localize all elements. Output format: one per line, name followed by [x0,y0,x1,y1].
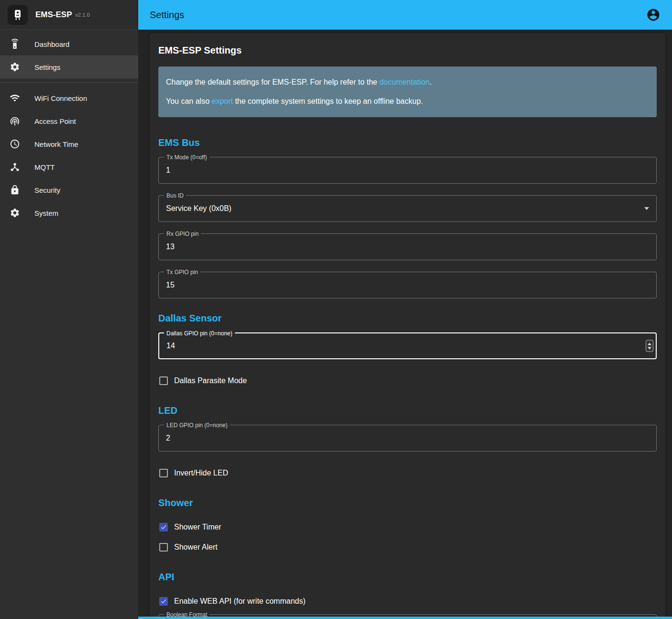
section-title-api: API [158,572,657,583]
info-text: . [430,78,431,86]
enable-web-api-checkbox[interactable]: Enable WEB API (for write commands) [158,591,657,611]
documentation-link[interactable]: documentation [379,78,430,86]
sidebar-item-label: Access Point [34,117,76,125]
tx-mode-field: Tx Mode (0=off) [158,157,657,184]
sidebar-item-system[interactable]: System [0,201,138,224]
sidebar: EMS-ESP v2.1.0 Dashboard Settings [0,0,138,619]
gear-icon [10,208,20,218]
settings-card: EMS-ESP Settings Change the default sett… [150,33,665,619]
settings-remote-icon [10,39,20,49]
sidebar-divider [0,82,138,83]
info-text: the complete system settings to keep an … [235,97,423,105]
checkbox-label: Shower Alert [174,543,218,552]
tx-gpio-field: Tx GPIO pin [158,272,657,298]
checkbox-label: Dallas Parasite Mode [174,376,247,385]
sidebar-item-access-point[interactable]: Access Point [0,110,138,133]
info-text: Change the default settings for EMS-ESP.… [166,78,377,86]
section-title-dallas: Dallas Sensor [158,313,657,324]
spinner-down-icon[interactable] [648,347,651,349]
device-hub-icon [10,162,20,172]
sidebar-item-mqtt[interactable]: MQTT [0,155,138,178]
checkbox-icon [159,376,168,385]
bottom-accent-bar [138,617,672,619]
brand-version: v2.1.0 [76,12,90,18]
export-link[interactable]: export [212,97,233,105]
spinner-up-icon[interactable] [648,343,651,345]
page-title: Settings [150,10,184,21]
checkbox-label: Shower Timer [174,523,221,531]
brand: EMS-ESP v2.1.0 [0,0,138,30]
bus-id-select[interactable]: Bus ID Service Key (0x0B) [158,195,657,222]
shower-timer-checkbox[interactable]: Shower Timer [158,517,657,537]
sidebar-nav: Dashboard Settings WiFi Connection A [0,30,138,227]
section-title-shower: Shower [158,497,657,508]
info-text: You can also [166,97,209,105]
wifi-icon [10,93,20,103]
led-gpio-label: LED GPIO pin (0=none) [164,422,230,429]
sidebar-item-label: Settings [34,63,60,71]
sidebar-item-label: Dashboard [34,40,69,48]
sidebar-item-dashboard[interactable]: Dashboard [0,33,138,55]
chevron-down-icon [644,207,649,210]
section-title-led: LED [158,405,657,416]
settings-heading: EMS-ESP Settings [158,45,657,56]
brand-name: EMS-ESP [35,10,72,20]
account-circle-icon[interactable] [646,8,661,22]
sidebar-item-network-time[interactable]: Network Time [0,133,138,155]
appbar: Settings [138,0,672,30]
rx-gpio-field: Rx GPIO pin [158,233,657,260]
shower-alert-checkbox[interactable]: Shower Alert [158,537,657,557]
section-title-ems-bus: EMS Bus [158,137,657,148]
ems-esp-logo-icon [8,5,28,25]
clock-icon [10,139,20,149]
wifi-tethering-icon [10,116,20,126]
dallas-gpio-input[interactable] [159,333,656,358]
content: EMS-ESP Settings Change the default sett… [138,30,672,619]
tx-gpio-label: Tx GPIO pin [164,269,200,276]
sidebar-item-label: Network Time [34,140,78,148]
bus-id-label: Bus ID [164,192,186,199]
info-line-2: You can also export the complete system … [166,96,649,107]
tx-gpio-input[interactable] [159,272,656,298]
sidebar-item-label: WiFi Connection [34,94,87,102]
number-spinner[interactable] [646,340,653,352]
sidebar-item-label: MQTT [34,163,55,171]
dallas-parasite-checkbox[interactable]: Dallas Parasite Mode [158,371,657,391]
checkbox-label: Enable WEB API (for write commands) [174,597,306,606]
checkbox-icon [159,469,168,477]
checkbox-label: Invert/Hide LED [174,469,228,477]
tx-mode-label: Tx Mode (0=off) [164,154,209,161]
checkbox-icon [159,523,168,531]
sidebar-item-label: System [34,209,58,217]
tx-mode-input[interactable] [159,157,656,183]
checkbox-icon [159,543,168,552]
sidebar-item-settings[interactable]: Settings [0,55,138,78]
rx-gpio-input[interactable] [159,234,656,260]
sidebar-item-wifi-connection[interactable]: WiFi Connection [0,87,138,110]
invert-led-checkbox[interactable]: Invert/Hide LED [158,463,657,483]
info-panel: Change the default settings for EMS-ESP.… [158,66,657,117]
sidebar-item-security[interactable]: Security [0,178,138,201]
main-area: Settings EMS-ESP Settings Change the def… [138,0,672,619]
app-root: EMS-ESP v2.1.0 Dashboard Settings [0,0,672,619]
rx-gpio-label: Rx GPIO pin [164,231,201,237]
led-gpio-field: LED GPIO pin (0=none) [158,425,657,452]
bus-id-value: Service Key (0x0B) [159,196,656,221]
gear-icon [10,62,20,72]
lock-icon [10,185,20,195]
dallas-gpio-field: Dallas GPIO pin (0=none) [158,332,657,359]
led-gpio-input[interactable] [159,425,656,451]
sidebar-item-label: Security [34,186,60,194]
info-line-1: Change the default settings for EMS-ESP.… [166,77,649,88]
dallas-gpio-label: Dallas GPIO pin (0=none) [164,330,235,337]
checkbox-icon [159,597,168,606]
